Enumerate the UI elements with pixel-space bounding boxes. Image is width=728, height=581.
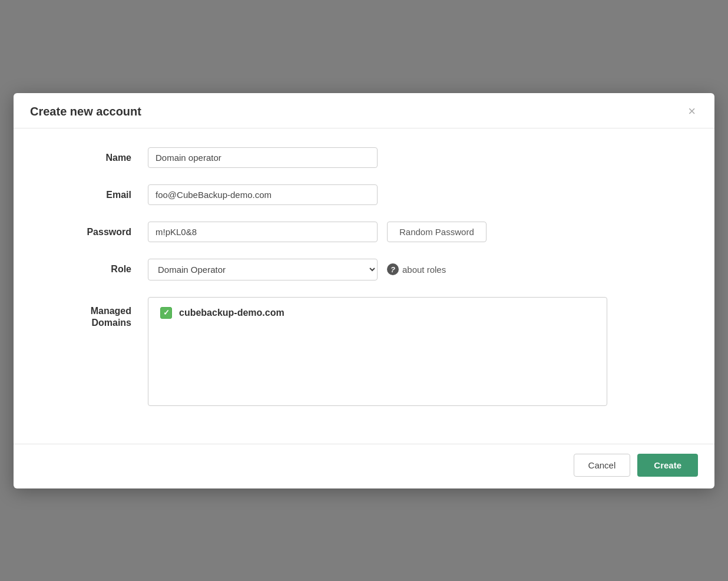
password-label: Password [30, 222, 148, 239]
modal-body: Name Email Password Random Password [14, 128, 714, 444]
modal-footer: Cancel Create [14, 444, 714, 488]
modal-title: Create new account [30, 105, 141, 118]
domain-item: ✓ cubebackup-demo.com [160, 307, 595, 319]
managed-domains-control: ✓ cubebackup-demo.com [148, 297, 698, 406]
cancel-button[interactable]: Cancel [574, 454, 631, 477]
modal-header: Create new account × [14, 93, 714, 128]
domain-checkbox[interactable]: ✓ [160, 307, 172, 319]
managed-domains-label: ManagedDomains [30, 297, 148, 330]
role-row: Role Domain Operator Admin Operator ? ab… [30, 259, 698, 280]
email-label: Email [30, 184, 148, 202]
random-password-button[interactable]: Random Password [387, 222, 487, 242]
password-input[interactable] [148, 222, 378, 242]
email-control [148, 184, 698, 205]
create-button[interactable]: Create [637, 454, 698, 477]
role-label: Role [30, 259, 148, 276]
create-account-modal: Create new account × Name Email Passw [14, 93, 714, 488]
managed-domains-box: ✓ cubebackup-demo.com [148, 297, 607, 406]
about-roles-icon: ? [387, 263, 399, 275]
password-row: Password Random Password [30, 222, 698, 242]
name-row: Name [30, 147, 698, 168]
name-label: Name [30, 147, 148, 164]
name-input[interactable] [148, 147, 378, 168]
about-roles-link[interactable]: ? about roles [387, 263, 446, 275]
password-control: Random Password [148, 222, 698, 242]
managed-domains-row: ManagedDomains ✓ cubebackup-demo.com [30, 297, 698, 406]
name-control [148, 147, 698, 168]
email-input[interactable] [148, 184, 378, 205]
role-control: Domain Operator Admin Operator ? about r… [148, 259, 698, 280]
domain-name: cubebackup-demo.com [179, 308, 284, 318]
close-button[interactable]: × [686, 105, 698, 118]
email-row: Email [30, 184, 698, 205]
about-roles-text: about roles [402, 265, 446, 275]
role-select[interactable]: Domain Operator Admin Operator [148, 259, 378, 280]
